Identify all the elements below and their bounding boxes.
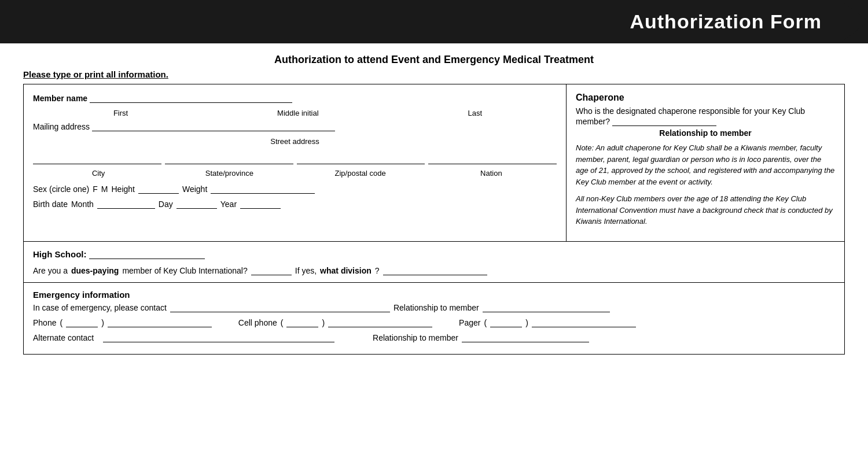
dues-paying-field[interactable] (251, 265, 292, 275)
emergency-section: Emergency information In case of emergen… (24, 283, 844, 354)
phone-label: Phone (33, 318, 56, 327)
street-sublabel: Street address (33, 137, 557, 146)
dues-row: Are you a dues-paying member of Key Club… (33, 265, 835, 275)
member-name-field[interactable] (90, 93, 292, 103)
if-yes-text: If yes, (295, 266, 317, 275)
nation-sublabel: Nation (426, 169, 557, 178)
year-label: Year (220, 200, 237, 209)
sex-height-weight-row: Sex (circle one) F M Height Weight (33, 183, 557, 194)
high-school-section: High School: Are you a dues-paying membe… (24, 242, 844, 283)
form-instruction: Please type or print all information. (23, 69, 845, 79)
year-field[interactable] (240, 198, 281, 209)
zip-sublabel: Zip/postal code (295, 169, 426, 178)
dues-text-1: Are you a (33, 266, 68, 275)
pager-number-field[interactable] (532, 317, 636, 327)
alt-relationship-label: Relationship to member (373, 333, 458, 342)
header-banner: Authorization Form (0, 0, 868, 43)
form-outer: Member name First Middle initial Last Ma… (23, 84, 845, 355)
member-name-row: Member name (33, 93, 557, 103)
birth-date-row: Birth date Month Day Year (33, 198, 557, 209)
pager-label: Pager (459, 318, 480, 327)
chaperone-column: Chaperone Who is the designated chaperon… (567, 84, 844, 241)
cell-label: Cell phone (238, 318, 277, 327)
high-school-field[interactable] (89, 249, 205, 259)
weight-label: Weight (182, 184, 207, 194)
cell-paren-open: ( (281, 318, 284, 327)
form-main-title: Authorization to attend Event and Emerge… (23, 54, 845, 66)
chaperone-name-field[interactable] (612, 116, 716, 126)
chaperone-note1: Note: An adult chaperone for Key Club sh… (576, 142, 835, 187)
city-field[interactable] (33, 154, 161, 164)
mailing-address-field[interactable] (92, 121, 335, 131)
chaperone-relationship-label: Relationship to member (576, 128, 835, 138)
month-field[interactable] (97, 198, 155, 209)
month-label: Month (71, 200, 94, 209)
zip-field[interactable] (297, 154, 425, 164)
page-content: Authorization to attend Event and Emerge… (0, 43, 868, 366)
weight-field[interactable] (211, 183, 315, 194)
emergency-title: Emergency information (33, 290, 835, 300)
phone-paren-open: ( (60, 318, 62, 327)
form-top-section: Member name First Middle initial Last Ma… (24, 84, 844, 242)
mailing-label: Mailing address (33, 122, 90, 131)
state-field[interactable] (165, 154, 293, 164)
dues-paying-label: dues-paying (71, 266, 119, 275)
phone-row: Phone ( ) Cell phone ( ) Pager ( ) (33, 317, 835, 327)
chaperone-note2: All non-Key Club members over the age of… (576, 193, 835, 227)
phone-paren-close: ) (101, 318, 104, 327)
pager-paren-open: ( (484, 318, 487, 327)
chaperone-question: Who is the designated chaperone responsi… (576, 106, 835, 126)
cell-number-field[interactable] (328, 317, 432, 327)
day-field[interactable] (176, 198, 217, 209)
emergency-contact-row: In case of emergency, please contact Rel… (33, 302, 835, 312)
relationship-label: Relationship to member (393, 303, 479, 312)
city-sublabels: City State/province Zip/postal code Nati… (33, 169, 557, 178)
middle-label: Middle initial (277, 109, 319, 117)
member-name-label: Member name (33, 94, 87, 103)
page-title: Authorization Form (630, 10, 822, 33)
day-label: Day (159, 200, 173, 209)
sex-m: M (101, 184, 108, 194)
pager-area-field[interactable] (490, 317, 522, 327)
contact-name-field[interactable] (170, 302, 390, 312)
sex-label: Sex (circle one) (33, 184, 89, 194)
last-label: Last (468, 109, 482, 117)
city-sublabel: City (33, 169, 164, 178)
alternate-label: Alternate contact (33, 333, 94, 342)
height-label: Height (112, 184, 135, 194)
cell-area-field[interactable] (286, 317, 318, 327)
dues-text-2: member of Key Club International? (122, 266, 247, 275)
state-sublabel: State/province (164, 169, 295, 178)
member-info-column: Member name First Middle initial Last Ma… (24, 84, 567, 241)
name-sublabels: First Middle initial Last (33, 109, 557, 117)
chaperone-title: Chaperone (576, 93, 835, 103)
phone-number-field[interactable] (108, 317, 212, 327)
birthdate-label: Birth date (33, 200, 68, 209)
cell-paren-close: ) (322, 318, 325, 327)
sex-f: F (93, 184, 98, 194)
pager-paren-close: ) (525, 318, 528, 327)
high-school-label: High School: (33, 249, 87, 259)
division-field[interactable] (383, 265, 487, 275)
alternate-contact-row: Alternate contact Relationship to member (33, 332, 835, 342)
alternate-name-field[interactable] (103, 332, 334, 342)
phone-area-field[interactable] (66, 317, 98, 327)
alt-relationship-field[interactable] (462, 332, 589, 342)
height-field[interactable] (138, 183, 179, 194)
nation-field[interactable] (428, 154, 557, 164)
contact-label: In case of emergency, please contact (33, 303, 167, 312)
city-state-row (33, 154, 557, 164)
high-school-row: High School: (33, 249, 835, 259)
mailing-address-row: Mailing address (33, 121, 557, 131)
relationship-field[interactable] (483, 302, 610, 312)
first-label: First (113, 109, 128, 117)
what-division-label: what division (320, 266, 372, 275)
